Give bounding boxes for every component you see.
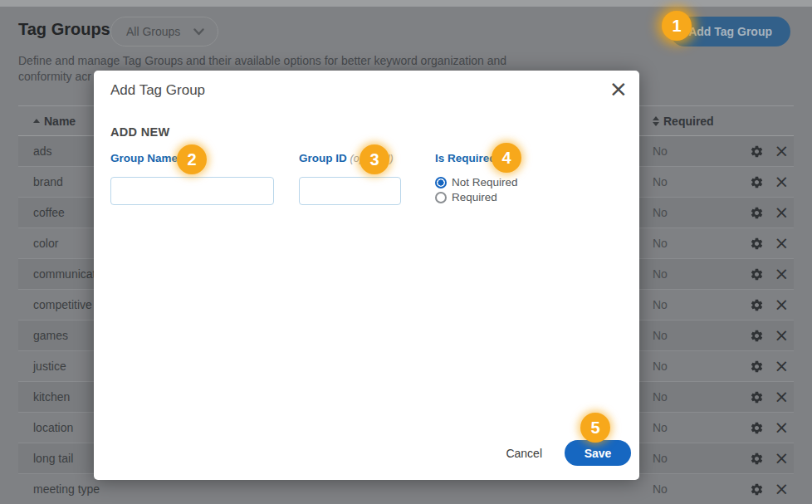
group-filter-value: All Groups	[126, 25, 180, 38]
callout-badge-2: 2	[177, 144, 207, 174]
chevron-down-icon	[193, 28, 204, 36]
gear-icon[interactable]	[750, 206, 764, 220]
column-header-name-label: Name	[44, 115, 76, 128]
delete-x-icon[interactable]: ×	[774, 204, 789, 222]
gear-icon[interactable]	[750, 237, 764, 251]
sort-asc-icon	[33, 119, 40, 123]
tag-group-required: No	[653, 206, 742, 219]
page-description-line1: Define and manage Tag Groups and their a…	[18, 53, 550, 69]
row-actions: ×	[742, 358, 794, 375]
top-strip	[0, 0, 812, 7]
section-heading: ADD NEW	[110, 125, 169, 139]
gear-icon[interactable]	[750, 360, 764, 374]
row-actions: ×	[742, 481, 794, 498]
radio-option-label: Not Required	[452, 176, 518, 188]
modal-title: Add Tag Group	[110, 82, 205, 99]
cancel-button[interactable]: Cancel	[506, 447, 542, 460]
row-actions: ×	[742, 174, 794, 191]
sort-both-icon	[653, 116, 659, 126]
delete-x-icon[interactable]: ×	[774, 296, 789, 314]
tag-group-required: No	[653, 298, 742, 311]
gear-icon[interactable]	[750, 267, 764, 281]
gear-icon[interactable]	[750, 298, 764, 312]
delete-x-icon[interactable]: ×	[774, 419, 789, 437]
callout-badge-5: 5	[580, 413, 610, 443]
group-name-input[interactable]	[110, 177, 274, 205]
tag-group-required: No	[653, 329, 742, 342]
tag-group-required: No	[653, 482, 742, 496]
group-id-label-text: Group ID	[299, 152, 347, 164]
group-filter-dropdown[interactable]: All Groups	[110, 17, 218, 46]
tag-group-required: No	[653, 390, 742, 404]
gear-icon[interactable]	[750, 482, 764, 497]
tag-group-name: meeting type	[18, 482, 653, 496]
row-actions: ×	[742, 450, 794, 467]
delete-x-icon[interactable]: ×	[774, 481, 789, 498]
add-tag-group-modal: Add Tag Group × ADD NEW Group Name Group…	[94, 71, 639, 480]
row-actions: ×	[742, 266, 794, 283]
tag-group-required: No	[653, 267, 742, 281]
row-actions: ×	[742, 419, 794, 437]
callout-badge-3: 3	[360, 144, 389, 174]
close-icon[interactable]: ×	[609, 76, 628, 101]
callout-badge-1: 1	[662, 11, 692, 41]
gear-icon[interactable]	[750, 421, 764, 435]
delete-x-icon[interactable]: ×	[774, 389, 789, 406]
radio-option[interactable]: Required	[435, 191, 518, 203]
row-actions: ×	[742, 389, 794, 406]
column-header-required[interactable]: Required	[653, 115, 742, 128]
delete-x-icon[interactable]: ×	[774, 266, 789, 283]
modal-footer: Cancel Save	[506, 440, 631, 466]
radio-option[interactable]: Not Required	[435, 176, 518, 188]
row-actions: ×	[742, 327, 794, 345]
is-required-label: Is Required	[435, 152, 496, 164]
tag-groups-screen: Tag Groups All Groups Add Tag Group Defi…	[0, 0, 812, 504]
delete-x-icon[interactable]: ×	[774, 327, 789, 345]
group-name-label: Group Name	[110, 152, 178, 164]
radio-option-label: Required	[452, 191, 497, 203]
tag-group-required: No	[653, 144, 742, 158]
is-required-radio-group: Not Required Required	[435, 176, 518, 203]
delete-x-icon[interactable]: ×	[774, 358, 789, 375]
page-title: Tag Groups	[18, 20, 110, 39]
group-id-input[interactable]	[299, 177, 401, 205]
tag-group-required: No	[653, 421, 742, 434]
tag-group-required: No	[653, 175, 742, 188]
row-actions: ×	[742, 143, 794, 160]
row-actions: ×	[742, 235, 794, 252]
tag-group-required: No	[653, 360, 742, 373]
tag-group-required: No	[653, 237, 742, 250]
delete-x-icon[interactable]: ×	[774, 174, 789, 191]
column-header-required-label: Required	[663, 115, 714, 128]
delete-x-icon[interactable]: ×	[774, 235, 789, 252]
radio-icon	[435, 192, 447, 203]
row-actions: ×	[742, 296, 794, 314]
radio-icon	[435, 177, 447, 188]
gear-icon[interactable]	[750, 452, 764, 466]
delete-x-icon[interactable]: ×	[774, 143, 789, 160]
row-actions: ×	[742, 204, 794, 222]
save-button[interactable]: Save	[565, 440, 631, 466]
tag-group-required: No	[653, 452, 742, 465]
callout-badge-4: 4	[492, 143, 521, 173]
gear-icon[interactable]	[750, 144, 764, 159]
gear-icon[interactable]	[750, 329, 764, 343]
gear-icon[interactable]	[750, 390, 764, 404]
delete-x-icon[interactable]: ×	[774, 450, 789, 467]
gear-icon[interactable]	[750, 175, 764, 189]
